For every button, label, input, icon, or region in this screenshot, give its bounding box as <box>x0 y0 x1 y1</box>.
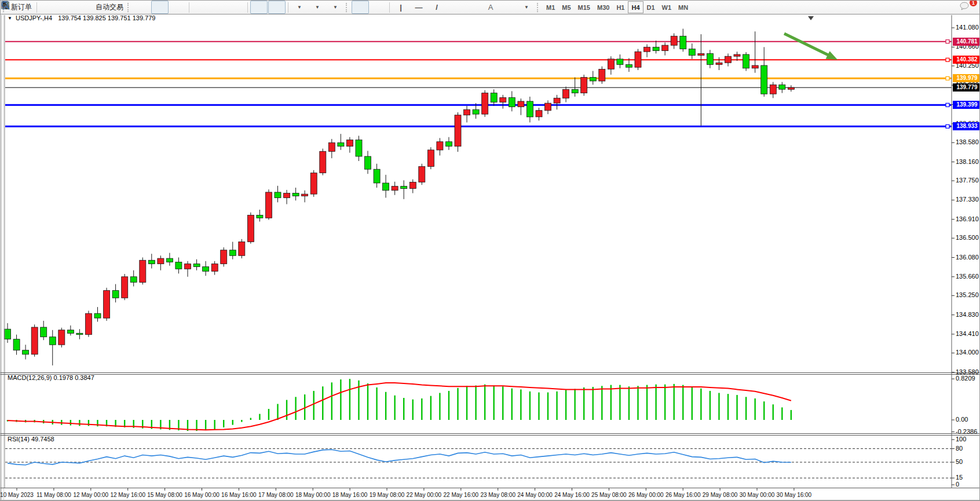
candle <box>581 78 587 93</box>
candle <box>122 277 128 298</box>
main-toolbar: 新订单 自动交易 <box>1 1 980 14</box>
candle <box>185 264 191 269</box>
candle <box>770 85 776 94</box>
candle <box>734 54 740 56</box>
text-tool-button[interactable]: A <box>482 1 499 14</box>
candle <box>716 63 722 64</box>
new-order-button[interactable]: 新订单 <box>9 1 34 14</box>
equidistant-channel-tool-button[interactable]: E <box>446 1 463 14</box>
candle <box>599 69 605 81</box>
candle <box>148 260 155 264</box>
line-handle <box>946 40 949 43</box>
bar-chart-mode-button[interactable] <box>133 1 151 14</box>
price-tick-label: 141.080 <box>956 24 979 31</box>
date-label: 30 May 00:00 <box>740 492 775 498</box>
candle <box>158 258 164 264</box>
timeframe-d1-button[interactable]: D1 <box>643 1 659 13</box>
candle <box>644 47 650 52</box>
candle <box>509 98 515 107</box>
line-handle <box>946 58 949 61</box>
timeframe-m30-button[interactable]: M30 <box>594 1 613 13</box>
date-label: 23 May 08:00 <box>480 492 515 498</box>
vertical-line-tool-button[interactable]: | <box>392 1 409 14</box>
candle <box>374 169 380 183</box>
arrows-tool-button[interactable]: ▼ <box>518 1 535 14</box>
dropdown-arrow-icon: ▼ <box>524 5 529 10</box>
timeframe-h1-button[interactable]: H1 <box>613 1 628 13</box>
candle <box>104 291 110 319</box>
search-button[interactable] <box>941 1 958 14</box>
candle <box>247 215 254 242</box>
candle <box>419 167 425 182</box>
price-tick-label: 138.580 <box>956 138 979 145</box>
chart-shift-button[interactable] <box>268 1 286 14</box>
candle <box>482 93 488 115</box>
candle <box>455 115 461 147</box>
candle <box>239 242 245 256</box>
candle <box>13 339 20 350</box>
auto-trading-button[interactable]: 自动交易 <box>93 1 126 14</box>
candle <box>464 109 470 115</box>
zoom-out-button[interactable] <box>210 1 227 14</box>
timeframe-m15-button[interactable]: M15 <box>575 1 594 13</box>
candle <box>554 98 560 103</box>
candle-chart-mode-button[interactable] <box>151 1 169 14</box>
timeframe-m1-button[interactable]: M1 <box>543 1 558 13</box>
price-tick-label: 137.750 <box>956 177 979 184</box>
cursor-tool-button[interactable] <box>352 1 369 14</box>
signals-button[interactable] <box>75 1 93 14</box>
fibonacci-tool-button[interactable]: F <box>464 1 481 14</box>
notifications-button[interactable]: 1 <box>959 1 976 14</box>
timeframe-m5-button[interactable]: M5 <box>558 1 574 13</box>
date-label: 24 May 00:00 <box>517 492 553 498</box>
templates-button[interactable]: ▼ <box>327 1 344 14</box>
horizontal-line-tool-button[interactable]: — <box>410 1 427 14</box>
candle <box>473 109 479 114</box>
chart-dropdown-icon[interactable]: ▼ <box>8 16 12 21</box>
candle <box>257 215 263 218</box>
tile-windows-button[interactable] <box>228 1 245 14</box>
horizontal-line-icon: — <box>415 3 423 12</box>
periods-button[interactable]: ▼ <box>309 1 326 14</box>
market-watch-button[interactable] <box>57 1 75 14</box>
rsi-tick-label: 50 <box>956 458 963 465</box>
level-price-label: 139.399 <box>953 101 980 109</box>
chart-canvas[interactable] <box>1 1 980 501</box>
candle <box>383 183 389 191</box>
rsi-tick-label: 15 <box>956 474 963 481</box>
timeframe-w1-button[interactable]: W1 <box>659 1 675 13</box>
candle <box>284 193 290 198</box>
candle <box>365 156 371 169</box>
trendline-tool-button[interactable]: / <box>428 1 445 14</box>
chart-ohlc-values: 139.754 139.825 139.751 139.779 <box>58 14 155 21</box>
candle <box>536 111 542 117</box>
rsi-tick-label: 100 <box>956 436 966 443</box>
timeframe-h4-button[interactable]: H4 <box>628 1 643 13</box>
candle <box>211 264 218 272</box>
chart-symbol-period: USDJPY-,H4 <box>16 14 52 21</box>
price-tick-label: 135.250 <box>956 291 979 298</box>
candle <box>31 327 38 354</box>
styler-button[interactable] <box>39 1 57 14</box>
date-label: 10 May 2023 <box>0 492 34 498</box>
candle <box>590 78 596 81</box>
date-label: 30 May 16:00 <box>777 492 812 498</box>
zoom-in-button[interactable] <box>192 1 209 14</box>
candle <box>617 59 623 65</box>
candle <box>275 192 281 198</box>
candle <box>635 52 641 67</box>
crosshair-tool-button[interactable] <box>370 1 387 14</box>
auto-scroll-button[interactable] <box>250 1 268 14</box>
candle <box>761 65 767 94</box>
candle <box>707 53 713 64</box>
candle <box>229 250 236 256</box>
price-tick-label: 136.910 <box>956 215 979 222</box>
text-label-tool-button[interactable]: T <box>500 1 517 14</box>
candle <box>437 142 443 150</box>
indicators-button[interactable]: ▼ <box>291 1 308 14</box>
timeframe-mn-button[interactable]: MN <box>675 1 692 13</box>
chart-title[interactable]: ▼ USDJPY-,H4 139.754 139.825 139.751 139… <box>8 14 155 21</box>
date-label: 22 May 00:00 <box>407 492 442 498</box>
line-chart-mode-button[interactable] <box>169 1 187 14</box>
rsi-tick-label: 80 <box>956 445 963 452</box>
